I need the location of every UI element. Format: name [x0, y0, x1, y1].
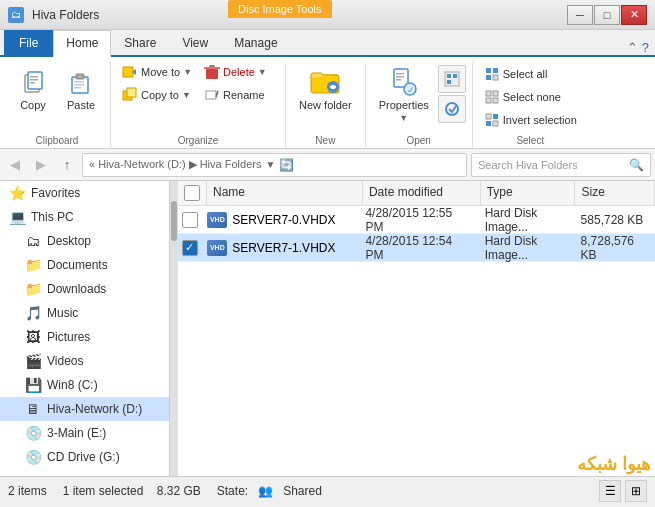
sidebar-item-desktop[interactable]: 🗂 Desktop — [0, 229, 169, 253]
ribbon-collapse-icon[interactable]: ⌃ — [627, 40, 638, 55]
copy-to-dropdown[interactable]: ▼ — [182, 90, 191, 100]
col-header-date[interactable]: Date modified — [363, 181, 481, 205]
move-to-dropdown[interactable]: ▼ — [183, 67, 192, 77]
sidebar-item-music[interactable]: 🎵 Music — [0, 301, 169, 325]
properties-dropdown[interactable]: ▼ — [399, 113, 408, 123]
svg-rect-35 — [493, 68, 498, 73]
copy-to-button[interactable]: Copy to ▼ — [117, 84, 197, 106]
col-header-check[interactable] — [178, 181, 207, 205]
rename-button[interactable]: Rename — [199, 84, 279, 106]
ribbon: Copy Paste Clipboard — [0, 57, 655, 149]
path-refresh-icon[interactable]: 🔄 — [279, 158, 294, 172]
disc-tools-tab[interactable]: Disc Image Tools — [228, 0, 332, 18]
table-row[interactable]: ✓ VHD SERVER7-1.VHDX 4/28/2015 12:54 PM … — [178, 234, 655, 262]
sidebar-scroll-thumb[interactable] — [171, 201, 177, 241]
svg-rect-8 — [74, 84, 84, 86]
sidebar-item-downloads[interactable]: 📁 Downloads — [0, 277, 169, 301]
paste-button[interactable]: Paste — [58, 61, 104, 129]
sidebar-scrollbar[interactable] — [170, 181, 178, 476]
win8c-label: Win8 (C:) — [47, 378, 98, 392]
win8c-icon: 💾 — [24, 377, 42, 393]
tab-share[interactable]: Share — [111, 30, 169, 55]
svg-rect-25 — [396, 76, 404, 78]
header-checkbox[interactable] — [184, 185, 200, 201]
app-icon: 🗂 — [8, 7, 24, 23]
clipboard-group: Copy Paste Clipboard — [4, 61, 111, 148]
cddrive-label: CD Drive (G:) — [47, 450, 120, 464]
tab-file[interactable]: File — [4, 30, 53, 55]
svg-rect-32 — [447, 80, 451, 84]
sidebar-item-pictures[interactable]: 🖼 Pictures — [0, 325, 169, 349]
invert-selection-button[interactable]: Invert selection — [479, 109, 582, 131]
svg-rect-24 — [396, 73, 404, 75]
move-to-button[interactable]: Move to ▼ — [117, 61, 197, 83]
forward-button[interactable]: ▶ — [30, 154, 52, 176]
search-box[interactable]: Search Hiva Folders 🔍 — [471, 153, 651, 177]
sidebar-item-win8c[interactable]: 💾 Win8 (C:) — [0, 373, 169, 397]
rename-icon — [204, 87, 220, 103]
sidebar-item-thispc[interactable]: 💻 This PC — [0, 205, 169, 229]
file1-check[interactable] — [178, 212, 201, 228]
sidebar-item-3main[interactable]: 💿 3-Main (E:) — [0, 421, 169, 445]
maximize-button[interactable]: □ — [594, 5, 620, 25]
table-row[interactable]: VHD SERVER7-0.VHDX 4/28/2015 12:55 PM Ha… — [178, 206, 655, 234]
videos-icon: 🎬 — [24, 353, 42, 369]
sidebar-item-documents[interactable]: 📁 Documents — [0, 253, 169, 277]
open-extra-btn1[interactable] — [438, 65, 466, 93]
main-area: ⭐ Favorites 💻 This PC 🗂 Desktop 📁 Docume… — [0, 181, 655, 476]
favorites-icon: ⭐ — [8, 185, 26, 201]
minimize-button[interactable]: ─ — [567, 5, 593, 25]
state-info: State: 👥 Shared — [217, 484, 322, 498]
svg-rect-16 — [209, 65, 215, 67]
file2-name-cell: VHD SERVER7-1.VHDX — [201, 240, 359, 256]
col-header-type[interactable]: Type — [481, 181, 576, 205]
select-label: Select — [516, 133, 544, 148]
select-group: Select all Select none Invert selection … — [473, 61, 588, 148]
tiles-view-button[interactable]: ⊞ — [625, 480, 647, 502]
sidebar-item-cddrive[interactable]: 💿 CD Drive (G:) — [0, 445, 169, 469]
title-bar: 🗂 Hiva Folders Disc Image Tools ─ □ ✕ — [0, 0, 655, 30]
copy-icon — [17, 65, 49, 97]
paste-icon — [65, 65, 97, 97]
file2-checkbox[interactable]: ✓ — [182, 240, 198, 256]
col-header-name[interactable]: Name — [207, 181, 363, 205]
sidebar-item-hiva-network[interactable]: 🖥 Hiva-Network (D:) — [0, 397, 169, 421]
new-folder-label: New folder — [299, 99, 352, 111]
properties-button[interactable]: ✓ Properties ▼ — [372, 61, 436, 129]
new-folder-button[interactable]: New folder — [292, 61, 359, 129]
details-view-button[interactable]: ☰ — [599, 480, 621, 502]
help-icon[interactable]: ? — [642, 40, 649, 55]
up-button[interactable]: ↑ — [56, 154, 78, 176]
svg-rect-4 — [30, 82, 35, 84]
selected-info: 1 item selected 8.32 GB — [63, 484, 201, 498]
svg-rect-30 — [447, 74, 451, 78]
tab-manage[interactable]: Manage — [221, 30, 290, 55]
file1-checkbox[interactable] — [182, 212, 198, 228]
open-extra-btn2[interactable] — [438, 95, 466, 123]
copy-to-icon — [122, 87, 138, 103]
search-icon: 🔍 — [629, 158, 644, 172]
back-button[interactable]: ◀ — [4, 154, 26, 176]
tab-view[interactable]: View — [169, 30, 221, 55]
sidebar-item-videos[interactable]: 🎬 Videos — [0, 349, 169, 373]
close-button[interactable]: ✕ — [621, 5, 647, 25]
svg-rect-36 — [486, 75, 491, 80]
svg-rect-10 — [123, 67, 133, 77]
delete-button[interactable]: Delete ▼ — [199, 61, 279, 83]
sidebar: ⭐ Favorites 💻 This PC 🗂 Desktop 📁 Docume… — [0, 181, 170, 476]
file2-type: Hard Disk Image... — [479, 234, 575, 262]
path-dropdown[interactable]: ▼ — [265, 159, 275, 170]
downloads-label: Downloads — [47, 282, 106, 296]
svg-rect-22 — [330, 86, 336, 88]
address-path[interactable]: « Hiva-Network (D:) ▶ Hiva Folders ▼ 🔄 — [82, 153, 467, 177]
sidebar-item-favorites[interactable]: ⭐ Favorites — [0, 181, 169, 205]
file2-check[interactable]: ✓ — [178, 240, 201, 256]
select-none-button[interactable]: Select none — [479, 86, 582, 108]
col-header-size[interactable]: Size — [575, 181, 655, 205]
file1-size: 585,728 KB — [575, 213, 655, 227]
svg-rect-43 — [493, 114, 498, 119]
tab-home[interactable]: Home — [53, 30, 111, 57]
delete-dropdown[interactable]: ▼ — [258, 67, 267, 77]
copy-button[interactable]: Copy — [10, 61, 56, 129]
select-all-button[interactable]: Select all — [479, 63, 582, 85]
